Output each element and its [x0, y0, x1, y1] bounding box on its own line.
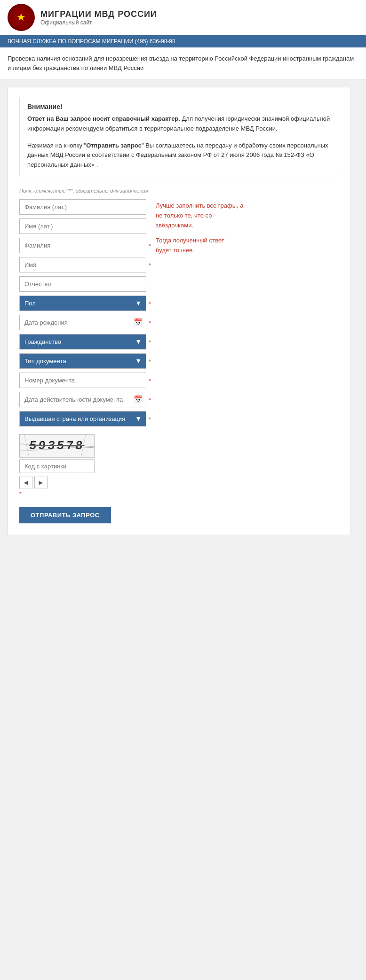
last-name-input[interactable] — [19, 238, 146, 253]
top-bar-text: ВОЧНАЯ СЛУЖБА ПО ВОПРОСАМ МИГРАЦИИ (495)… — [8, 38, 175, 45]
hint-line1: Лучше заполнить все графы, а — [156, 202, 244, 209]
field-middle-name-row — [19, 276, 146, 292]
header-title: МИГРАЦИИ МВД РОССИИ — [40, 9, 157, 19]
form-left: * * Пол Мужской Же — [19, 199, 146, 523]
header-subtitle: Официальный сайт — [40, 19, 157, 26]
warning-title: Внимание! — [27, 103, 331, 110]
field-last-name-row: * — [19, 238, 146, 253]
gender-select-wrapper: Пол Мужской Женский ▼ — [19, 296, 146, 311]
doc-number-input[interactable] — [19, 373, 146, 388]
divider — [19, 184, 339, 184]
birth-date-required: * — [149, 319, 151, 327]
page-title-area: Проверка наличия оснований для неразреше… — [0, 47, 366, 79]
emblem-logo: ★ — [8, 4, 35, 31]
warning-pre2: Нажимая на кнопку " — [27, 142, 86, 149]
submit-section: ОТПРАВИТЬ ЗАПРОС — [19, 507, 146, 523]
captcha-controls: ◄ ► — [19, 476, 146, 489]
warning-paragraph1: Ответ на Ваш запрос носит справочный хар… — [27, 114, 331, 134]
captcha-code-display: 593578 — [28, 439, 86, 453]
first-name-required: * — [149, 262, 151, 269]
field-doc-number-row: * — [19, 373, 146, 388]
citizenship-select-wrapper: Гражданство ▼ — [19, 334, 146, 350]
hint-text: Лучше заполнить все графы, а не только т… — [156, 201, 339, 230]
citizenship-required: * — [149, 339, 151, 346]
field-doc-type-row: Тип документа ▼ * — [19, 353, 146, 369]
first-name-input[interactable] — [19, 257, 146, 272]
issuing-org-select-wrapper: Выдавшая страна или организация ▼ — [19, 411, 146, 427]
main-content: Внимание! Ответ на Ваш запрос носит спра… — [0, 79, 366, 543]
field-first-name-lat-row — [19, 218, 146, 234]
captcha-input[interactable] — [19, 459, 95, 473]
warning-bold1: Ответ на Ваш запрос носит справочный хар… — [27, 115, 180, 122]
middle-name-input[interactable] — [19, 276, 146, 292]
issuing-org-select[interactable]: Выдавшая страна или организация — [19, 411, 146, 427]
form-card: Внимание! Ответ на Ваш запрос носит спра… — [8, 87, 351, 535]
citizenship-select[interactable]: Гражданство — [19, 334, 146, 350]
issuing-org-required: * — [149, 416, 151, 423]
field-citizenship-row: Гражданство ▼ * — [19, 334, 146, 350]
captcha-prev-button[interactable]: ◄ — [19, 476, 32, 489]
submit-button[interactable]: ОТПРАВИТЬ ЗАПРОС — [19, 507, 111, 523]
hint-line6: будет точнее. — [156, 247, 194, 254]
captcha-section: 593578 ◄ ► * — [19, 434, 146, 498]
hint-line2: не только те, что со — [156, 212, 212, 219]
field-birth-date-row: 📅 * — [19, 315, 146, 330]
required-note: Поля, отмеченные "*"; обязательны для за… — [19, 188, 339, 194]
doc-type-select-wrapper: Тип документа ▼ — [19, 353, 146, 369]
field-issuing-org-row: Выдавшая страна или организация ▼ * — [19, 411, 146, 427]
captcha-next-button[interactable]: ► — [34, 476, 48, 489]
page-title: Проверка наличия оснований для неразреше… — [8, 55, 354, 71]
first-name-lat-input[interactable] — [19, 218, 146, 234]
field-last-name-lat-row — [19, 199, 146, 215]
doc-validity-required: * — [149, 397, 151, 404]
hint-line5: Тогда полученный ответ — [156, 237, 224, 244]
last-name-lat-input[interactable] — [19, 199, 146, 215]
last-name-required: * — [149, 242, 151, 249]
hint-line3: звёздочками. — [156, 222, 193, 229]
warning-box: Внимание! Ответ на Ваш запрос носит спра… — [19, 97, 339, 176]
gender-select[interactable]: Пол Мужской Женский — [19, 296, 146, 311]
gender-required: * — [149, 300, 151, 307]
field-doc-validity-row: 📅 * — [19, 392, 146, 407]
emblem-icon: ★ — [16, 11, 26, 23]
header: ★ МИГРАЦИИ МВД РОССИИ Официальный сайт — [0, 0, 366, 35]
svg-line-2 — [24, 435, 29, 458]
warning-bold2: Отправить запрос — [86, 142, 142, 149]
doc-type-select[interactable]: Тип документа — [19, 353, 146, 369]
form-right: Лучше заполнить все графы, а не только т… — [156, 199, 339, 523]
top-bar: ВОЧНАЯ СЛУЖБА ПО ВОПРОСАМ МИГРАЦИИ (495)… — [0, 35, 366, 47]
doc-number-required: * — [149, 377, 151, 384]
form-layout: * * Пол Мужской Же — [19, 199, 339, 523]
birth-date-input[interactable] — [19, 315, 146, 330]
birth-date-wrapper: 📅 — [19, 315, 146, 330]
doc-type-required: * — [149, 358, 151, 365]
doc-validity-wrapper: 📅 — [19, 392, 146, 407]
captcha-image: 593578 — [19, 434, 95, 458]
field-first-name-row: * — [19, 257, 146, 272]
field-gender-row: Пол Мужской Женский ▼ * — [19, 296, 146, 311]
warning-paragraph2: Нажимая на кнопку "Отправить запрос" Вы … — [27, 141, 331, 170]
hint-text2: Тогда полученный ответ будет точнее. — [156, 236, 339, 256]
captcha-required-mark: * — [19, 491, 146, 498]
doc-validity-input[interactable] — [19, 392, 146, 407]
